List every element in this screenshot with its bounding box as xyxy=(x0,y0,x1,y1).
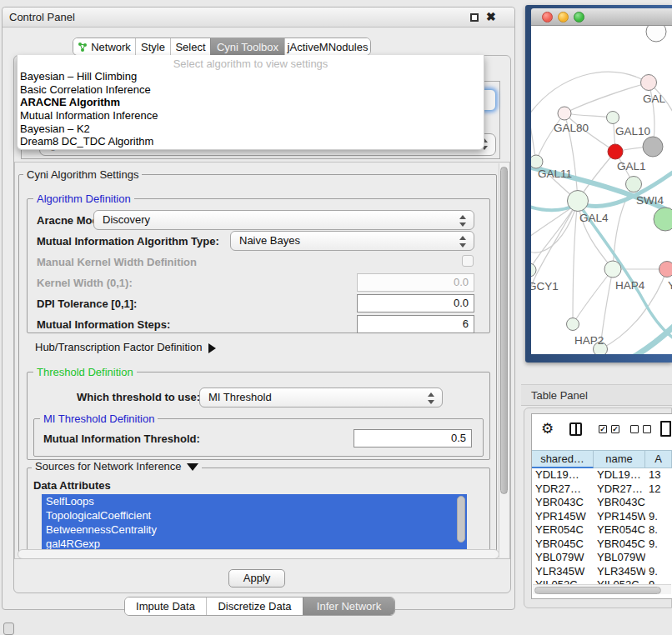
cell: YER054C xyxy=(532,523,594,538)
node[interactable] xyxy=(646,26,666,42)
checked-checkbox-icon[interactable]: ✓ xyxy=(599,425,607,433)
network-window-titlebar[interactable] xyxy=(531,8,672,26)
node-gray[interactable] xyxy=(643,137,663,157)
table-row[interactable]: YBR045C YBR045C 9. xyxy=(532,538,672,552)
table-row[interactable]: YBL079W YBL079W xyxy=(532,551,672,565)
sources-title[interactable]: Sources for Network Inference xyxy=(32,461,202,472)
tab-network[interactable]: Network xyxy=(73,38,135,55)
minimize-traffic-light-icon[interactable] xyxy=(558,12,569,22)
unchecked-checkbox-icon[interactable] xyxy=(630,425,639,433)
which-threshold-combobox[interactable]: MI Threshold xyxy=(199,388,443,408)
dock-panel-icon[interactable] xyxy=(3,622,14,635)
kernel-width-label: Kernel Width (0,1): xyxy=(37,277,133,289)
unchecked-checkbox-icon[interactable] xyxy=(643,425,651,433)
node-gal80[interactable] xyxy=(558,107,571,120)
settings-horizontal-scrollbar[interactable] xyxy=(18,549,499,559)
which-threshold-value: MI Threshold xyxy=(208,391,272,403)
float-window-icon[interactable] xyxy=(470,13,479,22)
cyni-algorithm-settings-title: Cyni Algorithm Settings xyxy=(23,169,142,180)
gear-icon[interactable]: ⚙ xyxy=(541,422,554,436)
node-gcy1[interactable] xyxy=(531,263,536,277)
node-gal1-red[interactable] xyxy=(608,144,623,159)
attribute-item[interactable]: TopologicalCoefficient xyxy=(42,508,467,522)
attribute-item[interactable]: SelfLoops xyxy=(42,494,467,508)
table-panel-titlebar[interactable]: Table Panel xyxy=(521,384,672,406)
control-panel-tab-bar: Network Style Select Cyni Toolbox jActiv… xyxy=(73,38,371,56)
cell: 9. xyxy=(645,538,672,552)
node-gal10[interactable] xyxy=(607,112,619,124)
algorithm-definition-title: Algorithm Definition xyxy=(33,193,134,204)
tab-network-label: Network xyxy=(91,41,131,53)
close-traffic-light-icon[interactable] xyxy=(542,12,553,22)
columns-icon[interactable] xyxy=(569,422,582,436)
table-row[interactable]: YBR043C YBR043C xyxy=(532,496,672,510)
table-row[interactable]: YDL19… YDL19… 13 xyxy=(532,468,672,482)
table-row[interactable]: YDR27… YDR27… 12 xyxy=(532,482,672,497)
kernel-width-field[interactable]: 0.0 xyxy=(357,273,474,292)
table-row[interactable]: YLR345W YLR345W 9. xyxy=(532,565,672,579)
mi-threshold-field[interactable]: 0.5 xyxy=(354,429,472,448)
node-gal[interactable] xyxy=(641,75,657,91)
dropdown-item[interactable]: Basic Correlation Inference xyxy=(20,83,481,97)
cell: YDR27… xyxy=(594,482,645,497)
table-row[interactable]: YER054C YER054C 8. xyxy=(532,523,672,538)
node-green-large[interactable] xyxy=(654,208,672,231)
network-view-window: GAL GAL80 GAL10 GAL1 GAL11 SWI4 GAL4 GCY… xyxy=(525,5,672,362)
settings-vertical-scrollbar[interactable] xyxy=(499,163,509,558)
dropdown-item[interactable]: Mutual Information Inference xyxy=(20,109,481,122)
cell: YBR045C xyxy=(532,538,594,552)
dropdown-item[interactable]: Bayesian – K2 xyxy=(20,122,481,136)
dpi-tolerance-field[interactable]: 0.0 xyxy=(357,294,474,312)
expanded-arrow-icon xyxy=(187,463,198,471)
node-hap4[interactable] xyxy=(604,261,621,278)
control-panel-title: Control Panel xyxy=(9,11,75,23)
mi-type-label: Mutual Information Algorithm Type: xyxy=(37,235,219,248)
manual-kernel-checkbox[interactable] xyxy=(462,255,474,267)
close-icon[interactable]: ✖ xyxy=(486,10,496,23)
table-horizontal-scrollbar[interactable] xyxy=(533,584,671,594)
tab-infer-network-label: Infer Network xyxy=(317,600,381,612)
table-header: shared… name A xyxy=(532,450,672,468)
cell: 9. xyxy=(645,565,672,579)
tab-cyni-toolbox[interactable]: Cyni Toolbox xyxy=(210,38,284,55)
node-swi4[interactable] xyxy=(626,177,642,192)
aracne-mode-combobox[interactable]: Discovery xyxy=(93,210,474,230)
column-header[interactable]: A xyxy=(645,450,672,468)
hub-expander-label: Hub/Transcription Factor Definition xyxy=(35,341,202,353)
document-icon[interactable] xyxy=(660,421,671,437)
node-pink[interactable] xyxy=(659,262,672,278)
node-hap2[interactable] xyxy=(567,318,579,331)
dropdown-item-selected[interactable]: ARACNE Algorithm xyxy=(20,96,481,109)
attributes-scrollbar[interactable] xyxy=(457,496,465,546)
dropdown-item[interactable]: Bayesian – Hill Climbing xyxy=(20,70,481,83)
attribute-item[interactable]: BetweennessCentrality xyxy=(42,522,467,537)
checked-checkbox-icon[interactable]: ✓ xyxy=(611,425,619,433)
apply-button[interactable]: Apply xyxy=(228,569,285,588)
tab-style[interactable]: Style xyxy=(135,38,170,55)
algorithm-dropdown-list: Select algorithm to view settings Bayesi… xyxy=(17,55,484,150)
zoom-traffic-light-icon[interactable] xyxy=(574,12,584,22)
mi-type-combobox[interactable]: Naive Bayes xyxy=(230,231,474,251)
mi-steps-field[interactable]: 6 xyxy=(357,315,474,333)
hub-expander[interactable]: Hub/Transcription Factor Definition xyxy=(35,341,216,353)
network-canvas[interactable]: GAL GAL80 GAL10 GAL1 GAL11 SWI4 GAL4 GCY… xyxy=(531,26,672,354)
column-header-name[interactable]: name xyxy=(594,450,645,468)
attribute-item[interactable]: gal4RGexp xyxy=(42,537,467,549)
tab-impute-data[interactable]: Impute Data xyxy=(125,598,206,615)
network-graph: GAL GAL80 GAL10 GAL1 GAL11 SWI4 GAL4 GCY… xyxy=(531,26,672,354)
stepper-icon xyxy=(459,236,466,248)
tab-jactivemnodules[interactable]: jActiveMNodules xyxy=(284,38,370,55)
sources-title-label: Sources for Network Inference xyxy=(35,460,182,472)
cell: YPR145W xyxy=(594,510,645,524)
tab-infer-network[interactable]: Infer Network xyxy=(303,598,394,615)
tab-discretize-data[interactable]: Discretize Data xyxy=(206,598,303,615)
column-header-shared-name[interactable]: shared… xyxy=(532,450,594,468)
tab-select[interactable]: Select xyxy=(170,38,210,55)
node-gal4[interactable] xyxy=(568,191,589,212)
control-panel-titlebar[interactable]: Control Panel ✖ xyxy=(3,8,514,28)
table-row[interactable]: YPR145W YPR145W 9. xyxy=(532,510,672,524)
dropdown-item[interactable]: Dream8 DC_TDC Algorithm xyxy=(20,135,481,148)
node-gal11[interactable] xyxy=(531,155,543,168)
table-row[interactable]: YIL052C YIL052C 9 xyxy=(532,578,672,584)
tab-jactivemnodules-label: jActiveMNodules xyxy=(288,41,369,53)
